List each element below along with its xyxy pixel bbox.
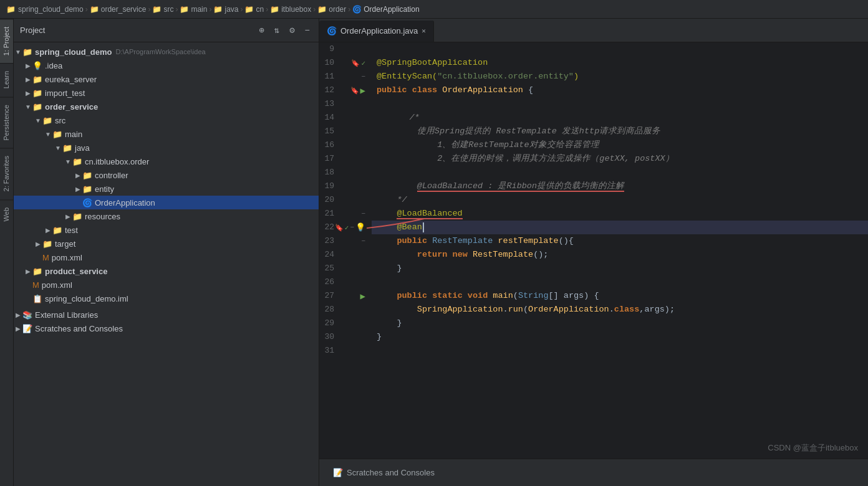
- code-line-23: public RestTemplate restTemplate(){: [372, 234, 868, 248]
- panel-gear-button[interactable]: ⚙: [287, 24, 297, 37]
- folder-icon: 📁: [32, 88, 42, 98]
- run-icon-27[interactable]: ▶: [360, 291, 365, 302]
- idea-folder-icon: 💡: [32, 61, 42, 70]
- breadcrumb-item-6[interactable]: itbluebox: [281, 5, 311, 14]
- project-panel-header: Project ⊕ ⇅ ⚙ −: [14, 19, 319, 42]
- folder-icon: 📁: [82, 184, 92, 194]
- breadcrumb-item-7[interactable]: order: [329, 5, 346, 14]
- code-line-20: */: [372, 193, 868, 207]
- left-tab-project[interactable]: 1: Project: [0, 19, 13, 63]
- breadcrumb-folder-icon-7: 📁: [317, 5, 327, 14]
- hint-icon-22[interactable]: 💡: [355, 222, 365, 232]
- scratches-tab[interactable]: 📝 Scratches and Consoles: [326, 464, 442, 481]
- tab-spring-icon: 🌀: [327, 26, 337, 36]
- tree-arrow: ▶: [74, 186, 82, 193]
- breadcrumb-item-1[interactable]: order_service: [101, 5, 147, 14]
- code-line-19: @LoadBalanced : 是Ribbon提供的负载均衡的注解: [372, 179, 868, 193]
- tree-item-controller[interactable]: ▶ 📁 controller: [14, 168, 319, 182]
- breadcrumb-folder-icon-2: 📁: [152, 5, 162, 14]
- tree-item-package[interactable]: ▼ 📁 cn.itbluebox.order: [14, 155, 319, 168]
- project-panel-title: Project: [20, 26, 251, 35]
- spring-file-icon: 🌀: [82, 198, 92, 207]
- bookmark-icon[interactable]: 🔖: [351, 59, 360, 67]
- tree-item-src[interactable]: ▼ 📁 src: [14, 113, 319, 127]
- code-line-21: @LoadBalanced: [372, 207, 868, 221]
- fold-icon[interactable]: −: [361, 73, 365, 80]
- folder-icon: 📁: [52, 130, 62, 139]
- breadcrumb-item-4[interactable]: java: [224, 5, 238, 14]
- check-icon[interactable]: ✓: [361, 59, 365, 67]
- left-tab-favorites[interactable]: 2: Favorites: [0, 148, 13, 199]
- tree-item-pom-root[interactable]: M pom.xml: [14, 278, 319, 292]
- scratch-icon: 📝: [22, 324, 32, 333]
- code-line-16: 1、创建RestTemplate对象交给容器管理: [372, 138, 868, 152]
- tree-item-eureka-server[interactable]: ▶ 📁 eureka_server: [14, 72, 319, 86]
- folder-icon: 📁: [82, 171, 92, 180]
- left-tab-learn[interactable]: Learn: [0, 63, 13, 96]
- breadcrumb-folder-icon: 📁: [6, 5, 16, 14]
- breadcrumb-item-5[interactable]: cn: [256, 5, 264, 14]
- code-line-10: @SpringBootApplication: [372, 56, 868, 70]
- run-icon-12[interactable]: ▶: [360, 85, 365, 96]
- tree-item-idea[interactable]: ▶ 💡 .idea: [14, 59, 319, 72]
- left-tab-web[interactable]: Web: [0, 199, 13, 229]
- scratches-tab-icon: 📝: [333, 468, 343, 477]
- tree-item-spring-cloud-demo[interactable]: ▼ 📁 spring_cloud_demo D:\AProgramWorkSpa…: [14, 45, 319, 59]
- folder-icon: 📁: [42, 116, 52, 125]
- tree-item-resources[interactable]: ▶ 📁 resources: [14, 209, 319, 223]
- panel-add-button[interactable]: ⊕: [256, 24, 266, 37]
- line-numbers: 9 10 11 12 13 14 15 16 17 18 19 20 21 22…: [319, 42, 342, 459]
- code-line-15: 使用Spring提供的 RestTemplate 发送http请求到商品服务: [372, 125, 868, 138]
- tree-item-import-test[interactable]: ▶ 📁 import_test: [14, 86, 319, 100]
- breadcrumb-item-2[interactable]: src: [163, 5, 173, 14]
- java-folder-icon: 📁: [62, 143, 72, 153]
- code-editor[interactable]: 9 10 11 12 13 14 15 16 17 18 19 20 21 22…: [319, 42, 868, 459]
- breadcrumb-item-0[interactable]: spring_cloud_demo: [18, 5, 84, 14]
- fold-icon-21: −: [361, 210, 365, 217]
- tree-item-scratches[interactable]: ▶ 📝 Scratches and Consoles: [14, 322, 319, 335]
- package-folder-icon: 📁: [72, 157, 82, 166]
- breadcrumb-folder-icon-5: 📁: [244, 5, 254, 14]
- panel-settings-button[interactable]: ⇅: [272, 24, 282, 37]
- tree-item-test[interactable]: ▶ 📁 test: [14, 223, 319, 237]
- tree-item-external-libs[interactable]: ▶ 📚 External Libraries: [14, 308, 319, 322]
- code-line-28: SpringApplication.run(OrderApplication.c…: [372, 303, 868, 317]
- breadcrumb-item-3[interactable]: main: [191, 5, 207, 14]
- ext-lib-icon: 📚: [22, 310, 32, 320]
- editor-tab-order-application[interactable]: 🌀 OrderApplication.java ✕: [319, 21, 434, 42]
- bookmark-icon-22[interactable]: 🔖: [335, 224, 344, 232]
- tree-item-pom-order[interactable]: M pom.xml: [14, 250, 319, 264]
- tree-arrow: ▶: [34, 241, 42, 247]
- folder-icon: 📁: [72, 212, 82, 221]
- left-tabs: 1: Project Learn Persistence 2: Favorite…: [0, 19, 14, 486]
- folder-icon: 📁: [32, 75, 42, 84]
- panel-minimize-button[interactable]: −: [302, 24, 312, 37]
- scratches-label: Scratches and Consoles: [35, 324, 123, 333]
- breadcrumb-item-8[interactable]: OrderApplication: [364, 5, 419, 14]
- fold-icon-23: −: [361, 237, 365, 245]
- check-icon-22[interactable]: ✓: [345, 224, 349, 232]
- project-panel: Project ⊕ ⇅ ⚙ − ▼ 📁 spring_cloud_demo D:…: [14, 19, 319, 486]
- tree-item-java[interactable]: ▼ 📁 java: [14, 141, 319, 155]
- folder-icon: 📁: [32, 102, 42, 112]
- tree-item-iml[interactable]: 📋 spring_cloud_demo.iml: [14, 292, 319, 305]
- editor-tabs: 🌀 OrderApplication.java ✕: [319, 19, 868, 42]
- code-content[interactable]: @SpringBootApplication @EntityScan("cn.i…: [367, 42, 868, 459]
- tree-item-order-application[interactable]: 🌀 OrderApplication: [14, 196, 319, 209]
- tree-item-target[interactable]: ▶ 📁 target: [14, 237, 319, 250]
- tree-arrow: ▶: [14, 312, 22, 318]
- left-tab-persistence[interactable]: Persistence: [0, 97, 13, 148]
- bookmark-icon-12[interactable]: 🔖: [350, 87, 359, 95]
- tree-item-main[interactable]: ▼ 📁 main: [14, 127, 319, 141]
- tree-arrow: ▶: [24, 76, 32, 83]
- code-line-12: public class OrderApplication {: [372, 83, 868, 97]
- tree-item-product-service[interactable]: ▶ 📁 product_service: [14, 264, 319, 278]
- tree-arrow: ▼: [64, 158, 72, 165]
- breadcrumb-bar: 📁 spring_cloud_demo › 📁 order_service › …: [0, 0, 868, 19]
- tab-close-button[interactable]: ✕: [422, 27, 426, 35]
- tree-item-entity[interactable]: ▶ 📁 entity: [14, 182, 319, 196]
- tree-item-order-service[interactable]: ▼ 📁 order_service: [14, 100, 319, 113]
- tree-arrow: ▶: [14, 325, 22, 332]
- editor-area: 🌀 OrderApplication.java ✕ 9 10 11 12 13 …: [319, 19, 868, 486]
- code-line-27: public static void main(String[] args) {: [372, 289, 868, 303]
